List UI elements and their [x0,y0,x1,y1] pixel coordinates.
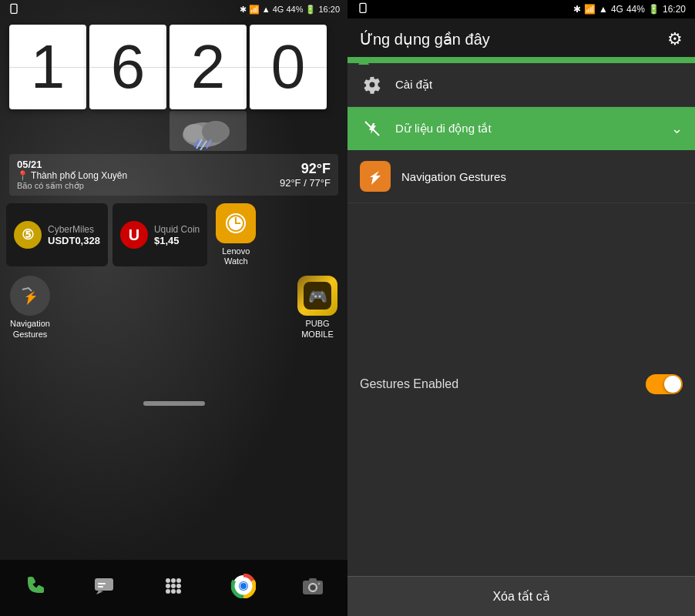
recent-item-nav-gestures[interactable]: Navigation Gestures [348,150,695,203]
dock-chrome[interactable] [225,567,262,604]
mobile-data-icon [360,116,384,141]
list-spacer [348,203,695,357]
svg-point-27 [240,583,247,589]
right-battery: 44% [626,4,645,15]
battery-percent: 44% [286,5,303,14]
left-status-right: ✱ 📶 ▲ 4G 44% 🔋 16:20 [240,5,340,15]
lenovo-watch-label: LenovoWatch [222,246,250,266]
right-phone-icon [357,2,369,15]
left-status-bar: ✱ 📶 ▲ 4G 44% 🔋 16:20 [0,0,348,18]
phone-icon [8,3,20,15]
right-status-bar: ✱ 📶 ▲ 4G 44% 🔋 16:20 [348,0,695,18]
pubg-label: PUBGMOBILE [301,319,334,339]
svg-point-3 [202,121,230,142]
weather-temp-range: 92°F / 77°F [280,177,331,189]
svg-rect-33 [360,3,366,12]
uquid-logo: U [120,221,148,249]
weather-date: 05/21 [17,159,127,170]
svg-point-19 [171,584,176,588]
uquid-price: $1,45 [154,235,200,246]
gestures-toggle[interactable] [646,374,683,394]
cybermiles-logo: ⑤ [14,221,42,249]
weather-cloud-icon [177,112,239,150]
right-status-left [357,2,369,17]
weather-temp: 92°F 92°F / 77°F [280,161,331,189]
clock-min1: 2 [170,25,247,109]
svg-point-17 [176,578,181,583]
settings-gear-icon[interactable]: ⚙ [667,29,683,49]
recent-title: Ứng dụng gần đây [360,30,490,49]
lenovo-watch-app[interactable]: LenovoWatch [212,203,260,266]
recent-apps-header: Ứng dụng gần đây ⚙ [348,18,695,57]
nav-gestures-app[interactable]: NavigationGestures [6,276,54,339]
mobile-data-label: Dữ liệu di động tắt [395,122,492,136]
svg-point-32 [317,583,320,585]
right-bluetooth: ✱ [573,4,581,15]
clock-hour1: 1 [9,25,86,109]
signal-icon: 📶 [249,5,260,15]
chevron-down-icon: ⌄ [671,120,683,137]
dock-apps[interactable] [155,567,192,604]
pubg-icon: 🎮 [297,276,337,316]
weather-location: 📍 Thành phố Long Xuyên [17,170,127,181]
nav-gestures-icon [10,276,50,316]
network-icon: 4G [273,5,284,14]
right-battery-icon: 🔋 [648,4,660,15]
nav-gestures-list-label: Navigation Gestures [401,170,506,183]
right-signal: 📶 [584,4,596,15]
apps-row-2: NavigationGestures 🎮 PUBGMOBILE [6,276,341,339]
gestures-enabled-row: Gestures Enabled [348,360,695,408]
svg-line-34 [365,122,379,136]
recent-item-mobile-data[interactable]: Dữ liệu di động tắt ⌄ [348,107,695,150]
svg-point-15 [166,578,170,583]
active-app-triangle [358,57,369,65]
dock-phone[interactable] [16,567,53,604]
svg-point-30 [311,585,315,590]
svg-point-16 [171,578,176,583]
dock-messages[interactable] [86,567,123,604]
svg-text:🎮: 🎮 [308,287,327,306]
cybermiles-widget[interactable]: ⑤ CyberMiles USDT0,328 [6,203,108,266]
right-time: 16:20 [663,4,686,15]
clock-widget: 1 6 2 0 [9,25,338,151]
lenovo-watch-icon [216,203,256,243]
svg-point-21 [166,589,170,594]
page-indicator [0,401,348,406]
cybermiles-price: USDT0,328 [48,235,100,246]
pubg-app[interactable]: 🎮 PUBGMOBILE [294,276,341,339]
nav-gestures-app-icon [360,161,391,192]
right-wifi: ▲ [599,4,608,15]
bottom-dock [0,560,348,616]
recent-item-settings[interactable]: Cài đặt [348,63,695,107]
right-network: 4G [611,4,623,15]
weather-temp-main: 92°F [280,161,331,177]
clock-min2: 0 [250,25,327,109]
dock-camera[interactable] [294,567,331,604]
cybermiles-info: CyberMiles USDT0,328 [48,224,100,246]
recent-apps-list: Cài đặt Dữ liệu di động tắt ⌄ Navigation… [348,57,695,576]
uquid-name: Uquid Coin [154,224,200,235]
svg-rect-14 [98,586,103,588]
toggle-knob [664,376,681,393]
settings-item-label: Cài đặt [395,78,432,92]
weather-info: 05/21 📍 Thành phố Long Xuyên Bão có sấm … [17,159,127,191]
weather-description: Bão có sấm chớp [17,181,127,191]
spacer2 [177,276,288,339]
gestures-enabled-label: Gestures Enabled [360,377,458,391]
svg-rect-13 [98,583,106,584]
right-panel: ✱ 📶 ▲ 4G 44% 🔋 16:20 Ứng dụng gần đây ⚙ … [348,0,695,616]
right-status-right: ✱ 📶 ▲ 4G 44% 🔋 16:20 [573,4,686,15]
clear-all-button[interactable]: Xóa tất cả [348,576,695,616]
svg-rect-0 [11,4,17,13]
bluetooth-icon: ✱ [240,5,247,15]
clear-all-label: Xóa tất cả [492,590,549,603]
clock-hour2: 6 [89,25,166,109]
nav-gestures-label: NavigationGestures [10,319,50,339]
battery-icon: 🔋 [305,5,316,15]
uquid-widget[interactable]: U Uquid Coin $1,45 [112,203,207,266]
svg-point-20 [176,584,181,588]
svg-rect-31 [309,578,317,582]
cybermiles-name: CyberMiles [48,224,100,235]
svg-point-23 [176,589,181,594]
left-panel: ✱ 📶 ▲ 4G 44% 🔋 16:20 1 6 2 [0,0,348,616]
